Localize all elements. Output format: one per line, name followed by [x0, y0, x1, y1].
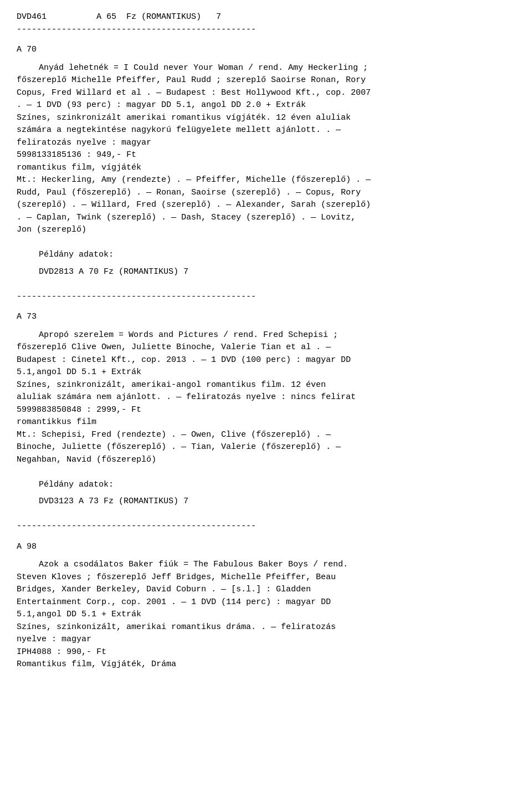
a98-line-1: Bridges, Xander Berkeley, David Coburn .…: [17, 584, 515, 596]
a70-line-9: Rudd, Paul (főszereplő) . — Ronan, Saoir…: [17, 187, 515, 200]
a73-exemplary-line: DVD3123 A 73 Fz (ROMANTIKUS) 7: [39, 495, 515, 508]
divider-1: ----------------------------------------…: [17, 24, 515, 37]
a70-line-10: (szereplő) . — Willard, Fred (szereplő) …: [17, 199, 515, 212]
a98-line-4: Színes, szinkonizált, amerikai romantiku…: [17, 621, 515, 634]
a70-line-6: 5998133185136 : 949,- Ft: [17, 149, 515, 162]
a98-body-lines: Steven Kloves ; főszereplő Jeff Bridges,…: [17, 571, 515, 671]
a98-title: Azok a csodálatos Baker fiúk = The Fabul…: [39, 559, 515, 571]
a73-line-2: 5.1,angol DD 5.1 + Extrák: [17, 366, 515, 379]
a98-line-0: Steven Kloves ; főszereplő Jeff Bridges,…: [17, 571, 515, 584]
a70-line-12: Jon (szereplő): [17, 224, 515, 237]
a98-line-6: IPH4088 : 990,- Ft: [17, 646, 515, 659]
a70-line-11: . — Caplan, Twink (szereplő) . — Dash, S…: [17, 212, 515, 224]
a70-line-4: számára a negtekintése nagykorú felügyel…: [17, 124, 515, 137]
a70-line-7: romantikus film, vígjáték: [17, 162, 515, 175]
section-a70-label: A 70: [17, 44, 515, 57]
a98-line-3: 5.1,angol DD 5.1 + Extrák: [17, 609, 515, 621]
a98-line-7: Romantikus film, Vígjáték, Dráma: [17, 658, 515, 671]
a73-body-lines: főszereplő Clive Owen, Juliette Binoche,…: [17, 341, 515, 466]
a73-line-8: Binoche, Juliette (főszereplő) . — Tian,…: [17, 441, 515, 454]
record-a73-body: Apropó szerelem = Words and Pictures / r…: [17, 329, 515, 508]
page-content: DVD461 A 65 Fz (ROMANTIKUS) 7 ----------…: [17, 11, 515, 671]
a70-line-8: Mt.: Heckerling, Amy (rendezte) . — Pfei…: [17, 174, 515, 187]
a70-line-1: Copus, Fred Willard et al . — Budapest :…: [17, 87, 515, 100]
a70-title: Anyád lehetnék = I Could never Your Woma…: [39, 62, 515, 75]
dvd461-header: DVD461 A 65 Fz (ROMANTIKUS) 7: [17, 11, 515, 24]
a73-line-4: aluliak számára nem ajánlott. . — felira…: [17, 391, 515, 404]
section-a73-label: A 73: [17, 311, 515, 324]
a70-line-0: főszereplő Michelle Pfeiffer, Paul Rudd …: [17, 74, 515, 87]
a73-line-6: romantikkus film: [17, 416, 515, 429]
a70-line-2: . — 1 DVD (93 perc) : magyar DD 5.1, ang…: [17, 99, 515, 112]
a73-title: Apropó szerelem = Words and Pictures / r…: [39, 329, 515, 342]
a98-line-5: nyelve : magyar: [17, 633, 515, 646]
divider-2: ----------------------------------------…: [17, 291, 515, 304]
a98-line-2: Entertainment Corp., cop. 2001 . — 1 DVD…: [17, 596, 515, 609]
a70-exemplary-label: Példány adatok:: [39, 237, 515, 262]
a73-line-1: Budapest : Cinetel Kft., cop. 2013 . — 1…: [17, 354, 515, 367]
a73-line-3: Színes, szinkronizált, amerikai-angol ro…: [17, 379, 515, 392]
section-a98-label: A 98: [17, 541, 515, 554]
record-a70-body: Anyád lehetnék = I Could never Your Woma…: [17, 62, 515, 279]
divider-3: ----------------------------------------…: [17, 520, 515, 533]
a70-line-3: Színes, szinkronizált amerikai romantiku…: [17, 112, 515, 125]
a70-exemplary-line: DVD2813 A 70 Fz (ROMANTIKUS) 7: [39, 266, 515, 279]
a73-line-9: Negahban, Navid (főszereplő): [17, 454, 515, 467]
a73-exemplary-label: Példány adatok:: [39, 466, 515, 491]
a70-body-lines: főszereplő Michelle Pfeiffer, Paul Rudd …: [17, 74, 515, 237]
record-a98-body: Azok a csodálatos Baker fiúk = The Fabul…: [17, 559, 515, 671]
a73-line-0: főszereplő Clive Owen, Juliette Binoche,…: [17, 341, 515, 354]
a73-line-5: 5999883850848 : 2999,- Ft: [17, 404, 515, 417]
a70-line-5: feliratozás nyelve : magyar: [17, 137, 515, 150]
a73-line-7: Mt.: Schepisi, Fred (rendezte) . — Owen,…: [17, 429, 515, 442]
